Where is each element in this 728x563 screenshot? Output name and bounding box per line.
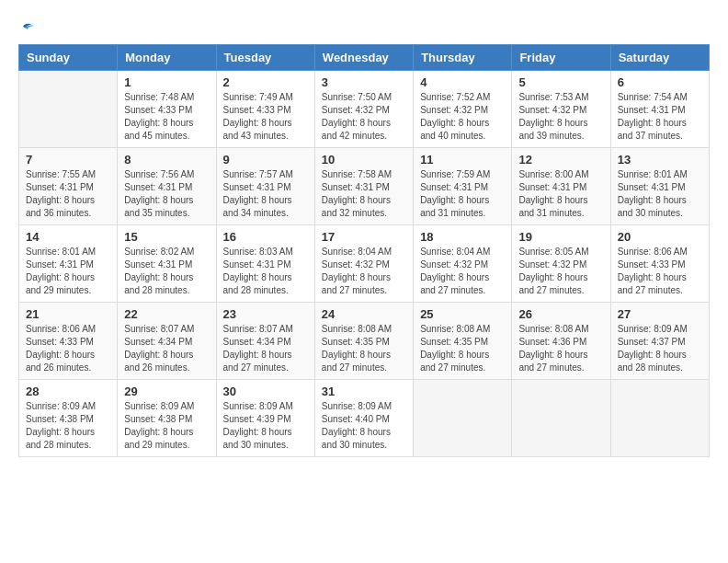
day-number: 7 [26, 153, 110, 167]
weekday-header-thursday: Thursday [414, 45, 512, 71]
calendar-week-row: 21Sunrise: 8:06 AM Sunset: 4:33 PM Dayli… [19, 303, 710, 380]
calendar-cell [19, 71, 118, 148]
day-info: Sunrise: 8:00 AM Sunset: 4:31 PM Dayligh… [518, 168, 603, 220]
weekday-header-tuesday: Tuesday [216, 45, 314, 71]
calendar-cell: 25Sunrise: 8:08 AM Sunset: 4:35 PM Dayli… [414, 303, 512, 380]
calendar-cell: 23Sunrise: 8:07 AM Sunset: 4:34 PM Dayli… [216, 303, 314, 380]
day-info: Sunrise: 7:49 AM Sunset: 4:33 PM Dayligh… [223, 91, 308, 143]
calendar-cell [414, 380, 512, 457]
day-number: 21 [26, 307, 110, 321]
day-number: 12 [518, 153, 603, 167]
calendar-week-row: 28Sunrise: 8:09 AM Sunset: 4:38 PM Dayli… [19, 380, 710, 457]
day-number: 9 [223, 153, 308, 167]
calendar-cell: 10Sunrise: 7:58 AM Sunset: 4:31 PM Dayli… [314, 148, 413, 225]
calendar-cell: 2Sunrise: 7:49 AM Sunset: 4:33 PM Daylig… [216, 71, 314, 148]
day-number: 25 [420, 307, 505, 321]
calendar-cell: 9Sunrise: 7:57 AM Sunset: 4:31 PM Daylig… [216, 148, 314, 225]
day-info: Sunrise: 7:48 AM Sunset: 4:33 PM Dayligh… [124, 91, 209, 143]
calendar-cell: 29Sunrise: 8:09 AM Sunset: 4:38 PM Dayli… [118, 380, 216, 457]
day-info: Sunrise: 8:05 AM Sunset: 4:32 PM Dayligh… [518, 246, 603, 297]
weekday-header-wednesday: Wednesday [314, 45, 413, 71]
day-info: Sunrise: 8:06 AM Sunset: 4:33 PM Dayligh… [618, 246, 702, 297]
calendar-week-row: 14Sunrise: 8:01 AM Sunset: 4:31 PM Dayli… [19, 225, 710, 303]
day-info: Sunrise: 7:59 AM Sunset: 4:31 PM Dayligh… [420, 168, 505, 220]
day-number: 5 [518, 75, 603, 89]
day-number: 27 [618, 307, 702, 321]
day-info: Sunrise: 8:09 AM Sunset: 4:39 PM Dayligh… [223, 400, 308, 452]
day-number: 20 [618, 230, 702, 244]
weekday-header-sunday: Sunday [19, 45, 118, 71]
day-number: 26 [518, 307, 603, 321]
day-info: Sunrise: 8:07 AM Sunset: 4:34 PM Dayligh… [223, 323, 308, 374]
calendar-cell: 13Sunrise: 8:01 AM Sunset: 4:31 PM Dayli… [610, 148, 709, 225]
logo [18, 18, 37, 35]
calendar-cell: 30Sunrise: 8:09 AM Sunset: 4:39 PM Dayli… [216, 380, 314, 457]
page-header [18, 18, 710, 35]
calendar-cell: 20Sunrise: 8:06 AM Sunset: 4:33 PM Dayli… [610, 225, 709, 303]
calendar-cell: 8Sunrise: 7:56 AM Sunset: 4:31 PM Daylig… [118, 148, 216, 225]
day-number: 11 [420, 153, 505, 167]
weekday-header-monday: Monday [118, 45, 216, 71]
day-info: Sunrise: 8:06 AM Sunset: 4:33 PM Dayligh… [26, 323, 110, 374]
day-info: Sunrise: 8:09 AM Sunset: 4:38 PM Dayligh… [26, 400, 110, 452]
calendar-cell: 27Sunrise: 8:09 AM Sunset: 4:37 PM Dayli… [610, 303, 709, 380]
day-number: 30 [223, 385, 308, 398]
day-info: Sunrise: 7:54 AM Sunset: 4:31 PM Dayligh… [618, 91, 702, 143]
calendar-cell: 18Sunrise: 8:04 AM Sunset: 4:32 PM Dayli… [414, 225, 512, 303]
day-number: 24 [322, 307, 406, 321]
day-number: 23 [223, 307, 308, 321]
day-info: Sunrise: 8:08 AM Sunset: 4:35 PM Dayligh… [420, 323, 505, 374]
calendar-cell: 19Sunrise: 8:05 AM Sunset: 4:32 PM Dayli… [512, 225, 610, 303]
day-number: 6 [618, 75, 702, 89]
calendar-cell: 31Sunrise: 8:09 AM Sunset: 4:40 PM Dayli… [314, 380, 413, 457]
day-number: 2 [223, 75, 308, 89]
day-info: Sunrise: 8:02 AM Sunset: 4:31 PM Dayligh… [124, 246, 209, 297]
calendar-cell: 7Sunrise: 7:55 AM Sunset: 4:31 PM Daylig… [19, 148, 118, 225]
day-info: Sunrise: 8:01 AM Sunset: 4:31 PM Dayligh… [26, 246, 110, 297]
day-number: 8 [124, 153, 209, 167]
day-info: Sunrise: 8:08 AM Sunset: 4:36 PM Dayligh… [518, 323, 603, 374]
day-number: 15 [124, 230, 209, 244]
calendar-cell: 26Sunrise: 8:08 AM Sunset: 4:36 PM Dayli… [512, 303, 610, 380]
day-number: 4 [420, 75, 505, 89]
calendar-cell: 11Sunrise: 7:59 AM Sunset: 4:31 PM Dayli… [414, 148, 512, 225]
calendar-week-row: 1Sunrise: 7:48 AM Sunset: 4:33 PM Daylig… [19, 71, 710, 148]
day-number: 19 [518, 230, 603, 244]
day-number: 28 [26, 385, 110, 398]
day-number: 29 [124, 385, 209, 398]
day-info: Sunrise: 7:50 AM Sunset: 4:32 PM Dayligh… [322, 91, 406, 143]
day-info: Sunrise: 7:56 AM Sunset: 4:31 PM Dayligh… [124, 168, 209, 220]
calendar-cell: 24Sunrise: 8:08 AM Sunset: 4:35 PM Dayli… [314, 303, 413, 380]
day-info: Sunrise: 7:57 AM Sunset: 4:31 PM Dayligh… [223, 168, 308, 220]
calendar-cell [512, 380, 610, 457]
day-info: Sunrise: 8:09 AM Sunset: 4:37 PM Dayligh… [618, 323, 702, 374]
calendar-week-row: 7Sunrise: 7:55 AM Sunset: 4:31 PM Daylig… [19, 148, 710, 225]
day-info: Sunrise: 7:53 AM Sunset: 4:32 PM Dayligh… [518, 91, 603, 143]
day-info: Sunrise: 8:01 AM Sunset: 4:31 PM Dayligh… [618, 168, 702, 220]
day-number: 31 [322, 385, 406, 398]
day-info: Sunrise: 7:55 AM Sunset: 4:31 PM Dayligh… [26, 168, 110, 220]
day-number: 22 [124, 307, 209, 321]
day-number: 3 [322, 75, 406, 89]
day-info: Sunrise: 8:07 AM Sunset: 4:34 PM Dayligh… [124, 323, 209, 374]
calendar-table: SundayMondayTuesdayWednesdayThursdayFrid… [18, 44, 710, 457]
calendar-cell [610, 380, 709, 457]
day-info: Sunrise: 8:09 AM Sunset: 4:38 PM Dayligh… [124, 400, 209, 452]
day-number: 13 [618, 153, 702, 167]
calendar-cell: 14Sunrise: 8:01 AM Sunset: 4:31 PM Dayli… [19, 225, 118, 303]
calendar-cell: 22Sunrise: 8:07 AM Sunset: 4:34 PM Dayli… [118, 303, 216, 380]
calendar-cell: 21Sunrise: 8:06 AM Sunset: 4:33 PM Dayli… [19, 303, 118, 380]
day-number: 18 [420, 230, 505, 244]
calendar-cell: 17Sunrise: 8:04 AM Sunset: 4:32 PM Dayli… [314, 225, 413, 303]
day-info: Sunrise: 8:03 AM Sunset: 4:31 PM Dayligh… [223, 246, 308, 297]
calendar-cell: 5Sunrise: 7:53 AM Sunset: 4:32 PM Daylig… [512, 71, 610, 148]
calendar-cell: 1Sunrise: 7:48 AM Sunset: 4:33 PM Daylig… [118, 71, 216, 148]
calendar-cell: 12Sunrise: 8:00 AM Sunset: 4:31 PM Dayli… [512, 148, 610, 225]
day-info: Sunrise: 8:04 AM Sunset: 4:32 PM Dayligh… [420, 246, 505, 297]
day-number: 14 [26, 230, 110, 244]
day-info: Sunrise: 8:04 AM Sunset: 4:32 PM Dayligh… [322, 246, 406, 297]
day-number: 16 [223, 230, 308, 244]
calendar-cell: 15Sunrise: 8:02 AM Sunset: 4:31 PM Dayli… [118, 225, 216, 303]
day-number: 1 [124, 75, 209, 89]
calendar-cell: 16Sunrise: 8:03 AM Sunset: 4:31 PM Dayli… [216, 225, 314, 303]
